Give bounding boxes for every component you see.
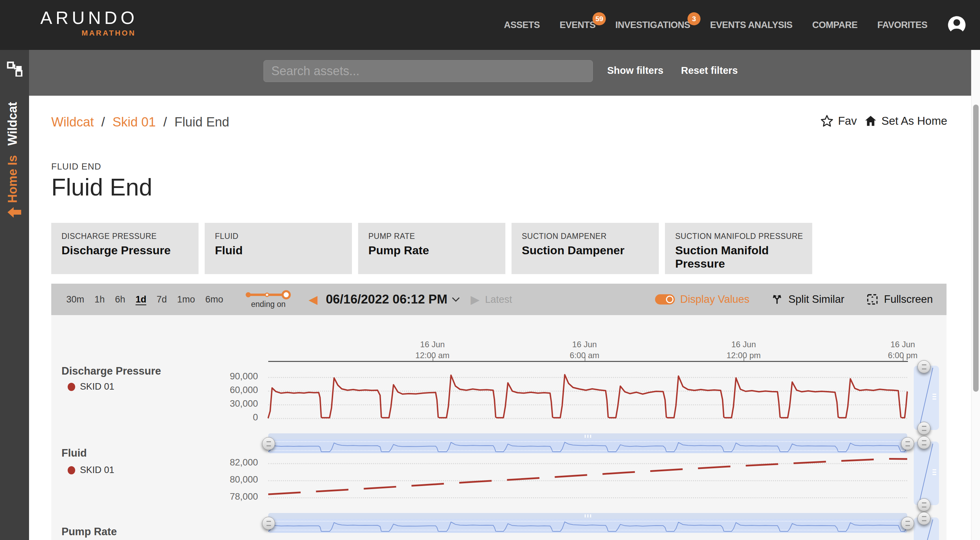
legend-item-skid-01[interactable]: SKID 01 [68, 381, 115, 392]
card-suction-manifold-pressure[interactable]: SUCTION MANIFOLD PRESSURE Suction Manifo… [665, 223, 812, 274]
y-axis-label: 0 [200, 412, 258, 423]
ending-on-track [246, 290, 291, 299]
range-1d-selected[interactable]: 1d [136, 294, 146, 305]
fluid-navigator[interactable] [268, 513, 907, 533]
x-axis-tick-mark [585, 357, 585, 361]
home-is-wildcat-link[interactable]: Home Is Wildcat [5, 102, 20, 203]
home-icon [864, 115, 877, 127]
legend-item-skid-01[interactable]: SKID 01 [68, 465, 115, 475]
discharge-pressure-y-navigator[interactable] [914, 366, 939, 430]
navigator-body [268, 439, 907, 453]
back-to-home-arrow-icon[interactable] [7, 206, 22, 220]
next-period-arrow[interactable]: ▶ [471, 293, 479, 306]
reset-filters-button[interactable]: Reset filters [681, 65, 738, 76]
y-navigator-top-handle[interactable] [918, 512, 931, 525]
y-navigator-top-handle[interactable] [918, 360, 931, 373]
card-label: DISCHARGE PRESSURE [62, 232, 192, 241]
date-picker[interactable]: 06/16/2022 06:12 PM [326, 292, 460, 307]
range-6h[interactable]: 6h [115, 294, 126, 305]
set-as-home-button[interactable]: Set As Home [864, 115, 947, 127]
navigator-right-handle[interactable] [901, 437, 914, 450]
search-input[interactable] [264, 60, 593, 82]
nav-item-events-analysis[interactable]: EVENTS ANALYSIS [710, 20, 792, 30]
investigations-count-badge: 3 [687, 12, 700, 25]
logo-primary: ARUNDO [40, 9, 138, 27]
split-icon [771, 293, 783, 305]
navigator-mini-line [268, 442, 907, 452]
navigator-grab-bar[interactable] [268, 513, 907, 519]
y-axis-label: 30,000 [200, 398, 258, 409]
nav-item-label: COMPARE [812, 20, 858, 30]
vertical-grip [932, 394, 936, 400]
fluid-series-line [268, 459, 907, 495]
breadcrumb-current: Fluid End [174, 115, 229, 129]
y-navigator-bottom-handle[interactable] [918, 422, 931, 435]
x-axis-label-date: 16 Jun [875, 339, 930, 350]
fullscreen-button[interactable]: Fullscreen [866, 293, 933, 306]
x-axis-tick-mark [433, 357, 433, 361]
card-pump-rate[interactable]: PUMP RATE Pump Rate [358, 223, 505, 274]
card-label: PUMP RATE [368, 232, 498, 241]
nav-item-label: EVENTS [560, 20, 596, 30]
arundo-logo[interactable]: ARUNDO MARATHON [40, 9, 138, 38]
x-axis-tick-mark [743, 357, 744, 361]
previous-period-arrow[interactable]: ◀ [309, 293, 317, 306]
fluid-y-navigator[interactable] [914, 441, 939, 505]
show-filters-button[interactable]: Show filters [607, 65, 663, 76]
chart-title-pump-rate: Pump Rate [62, 526, 117, 538]
nav-item-favorites[interactable]: FAVORITES [877, 20, 928, 30]
app-root: ARUNDO MARATHON ASSETS EVENTS59 INVESTIG… [0, 0, 980, 540]
range-1h[interactable]: 1h [95, 294, 105, 305]
toggle-knob [666, 296, 673, 303]
card-fluid[interactable]: FLUID Fluid [205, 223, 352, 274]
charts-panel: 16 Jun12:00 am16 Jun6:00 am16 Jun12:00 p… [51, 315, 947, 540]
toggle-on-icon[interactable] [655, 294, 675, 304]
fullscreen-icon [866, 293, 878, 306]
breadcrumb-wildcat[interactable]: Wildcat [51, 115, 94, 129]
split-similar-label: Split Similar [788, 293, 844, 306]
breadcrumb-skid-01[interactable]: Skid 01 [113, 115, 156, 129]
card-suction-dampener[interactable]: SUCTION DAMPENER Suction Dampener [512, 223, 659, 274]
fluid-plot [268, 454, 907, 502]
breadcrumb-separator: / [102, 115, 105, 129]
range-30m[interactable]: 30m [66, 294, 84, 305]
latest-button[interactable]: Latest [485, 294, 512, 305]
page-scrollbar-track[interactable] [971, 50, 980, 540]
asset-hierarchy-icon[interactable] [7, 61, 22, 76]
x-axis-label-date: 16 Jun [716, 339, 771, 350]
card-label: SUCTION DAMPENER [522, 232, 652, 241]
discharge-pressure-series-line [268, 374, 907, 417]
navigator-grab-bar[interactable] [268, 433, 907, 439]
nav-item-compare[interactable]: COMPARE [812, 20, 858, 30]
nav-item-label: FAVORITES [877, 20, 928, 30]
ending-on-slider[interactable]: ending on [246, 290, 291, 309]
range-7d[interactable]: 7d [156, 294, 167, 305]
split-similar-button[interactable]: Split Similar [771, 293, 844, 306]
discharge-pressure-navigator[interactable] [268, 433, 907, 453]
navigator-left-handle[interactable] [262, 517, 275, 530]
navigator-right-handle[interactable] [901, 517, 914, 530]
navigator-left-handle[interactable] [262, 437, 275, 450]
chart-title-fluid: Fluid [62, 447, 87, 459]
range-1mo[interactable]: 1mo [177, 294, 195, 305]
nav-item-events[interactable]: EVENTS59 [560, 20, 596, 30]
x-axis-label-date: 16 Jun [405, 339, 460, 350]
card-discharge-pressure[interactable]: DISCHARGE PRESSURE Discharge Pressure [51, 223, 199, 274]
user-avatar-icon[interactable] [947, 15, 966, 35]
slider-handle[interactable] [282, 290, 291, 299]
display-values-toggle[interactable]: Display Values [655, 293, 750, 306]
fav-button[interactable]: Fav [820, 114, 857, 128]
nav-item-assets[interactable]: ASSETS [504, 20, 540, 30]
set-as-home-label: Set As Home [881, 115, 947, 127]
breadcrumb-separator: / [163, 115, 167, 129]
y-navigator-top-handle[interactable] [918, 436, 931, 449]
display-values-label: Display Values [680, 293, 750, 306]
chart-title-discharge-pressure: Discharge Pressure [62, 365, 161, 378]
series-color-dot [68, 383, 75, 391]
y-navigator-bottom-handle[interactable] [918, 498, 931, 511]
page-scrollbar-thumb[interactable] [973, 105, 978, 392]
nav-item-investigations[interactable]: INVESTIGATIONS3 [616, 20, 690, 30]
range-6mo[interactable]: 6mo [205, 294, 223, 305]
y-axis-label: 80,000 [200, 475, 258, 485]
events-count-badge: 59 [592, 12, 606, 25]
